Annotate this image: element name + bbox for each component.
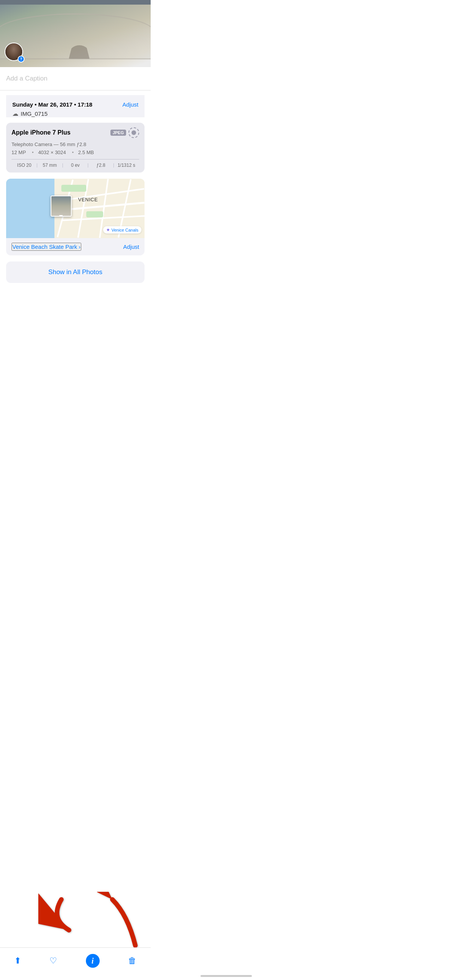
top-edge: [0, 0, 151, 5]
camera-filesize: 2.5 MB: [78, 150, 94, 155]
dot-2: •: [72, 150, 74, 155]
camera-dimensions: 4032 × 3024: [38, 150, 66, 155]
venice-canals-label: Venice Canals: [112, 228, 138, 232]
camera-card: Apple iPhone 7 Plus JPEG Telephoto Camer…: [6, 123, 145, 173]
venice-label: VENICE: [78, 197, 98, 202]
camera-specs: 12 MP • 4032 × 3024 • 2.5 MB: [12, 150, 139, 155]
chevron-right-icon: ›: [79, 244, 81, 250]
camera-mp: 12 MP: [12, 150, 26, 155]
exif-iso: ISO 20: [12, 163, 37, 168]
date-row: Sunday • Mar 26, 2017 • 17:18 Adjust: [12, 101, 138, 108]
filename-row: ☁ IMG_0715: [12, 110, 138, 117]
map-pin: [59, 215, 63, 217]
cloud-icon: ☁: [12, 110, 18, 117]
caption-section[interactable]: Add a Caption: [0, 67, 151, 90]
exif-focal: 57 mm: [37, 163, 63, 168]
lens-icon: [128, 127, 139, 138]
venice-canals-badge: ★ Venice Canals: [103, 226, 141, 233]
caption-placeholder[interactable]: Add a Caption: [6, 75, 48, 82]
camera-header: Apple iPhone 7 Plus JPEG: [12, 127, 139, 138]
location-link-button[interactable]: Venice Beach Skate Park ›: [12, 243, 81, 251]
exif-aperture: ƒ2.8: [88, 163, 114, 168]
camera-name: Apple iPhone 7 Plus: [12, 129, 71, 136]
lens-inner: [131, 130, 136, 135]
exif-shutter: 1/1312 s: [113, 163, 139, 168]
metadata-section: Sunday • Mar 26, 2017 • 17:18 Adjust ☁ I…: [6, 95, 145, 117]
dot-1: •: [32, 150, 34, 155]
adjust-date-button[interactable]: Adjust: [122, 101, 138, 108]
star-icon: ★: [106, 227, 110, 232]
show-all-section[interactable]: Show in All Photos: [6, 261, 145, 283]
date-text: Sunday • Mar 26, 2017 • 17:18: [12, 101, 92, 108]
green-area-2: [86, 211, 103, 217]
location-name: Venice Beach Skate Park: [12, 243, 77, 250]
filename-text: IMG_0715: [21, 110, 48, 117]
photo-view: ?: [0, 0, 151, 67]
thumbnail-inner: [51, 196, 71, 216]
exif-row: ISO 20 57 mm 0 ev ƒ2.8 1/1312 s: [12, 159, 139, 168]
green-area-1: [61, 185, 86, 192]
map-footer: Venice Beach Skate Park › Adjust: [6, 238, 145, 255]
map-view[interactable]: VENICE ★ Venice Canals: [6, 179, 145, 238]
camera-details: Telephoto Camera — 56 mm ƒ2.8: [12, 141, 139, 148]
map-photo-thumbnail: [51, 196, 72, 217]
adjust-location-button[interactable]: Adjust: [123, 243, 139, 250]
show-all-button[interactable]: Show in All Photos: [13, 268, 138, 276]
avatar[interactable]: ?: [5, 43, 25, 62]
camera-badges: JPEG: [110, 127, 139, 138]
exif-ev: 0 ev: [62, 163, 88, 168]
map-card[interactable]: VENICE ★ Venice Canals Venice Beach Skat…: [6, 179, 145, 255]
avatar-badge: ?: [18, 56, 25, 62]
format-badge: JPEG: [110, 130, 126, 136]
